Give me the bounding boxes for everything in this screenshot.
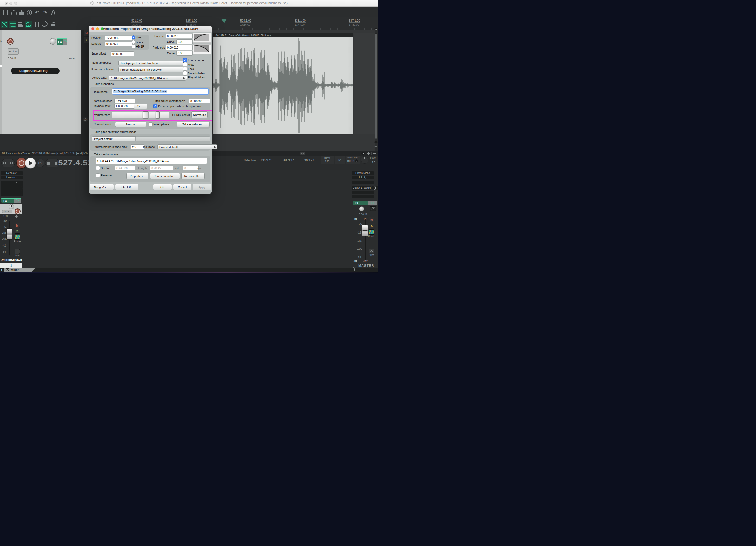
transport-time-display[interactable]: 527.4.52 (58, 158, 93, 168)
snap-toggle[interactable] (41, 21, 49, 28)
goto-start-button[interactable] (2, 159, 8, 167)
mixer-track-number[interactable]: 1 (0, 263, 22, 268)
source-properties-button[interactable]: Properties... (126, 173, 148, 179)
master-pan-knob[interactable] (359, 206, 364, 212)
fx-bypass-icon[interactable] (368, 201, 377, 205)
fx-dropdown-cell[interactable] (11, 181, 23, 184)
start-in-source-field[interactable]: 0:24.026 (114, 99, 135, 103)
stop-pause-buttons[interactable] (45, 159, 60, 167)
master-fx-button[interactable]: FX (353, 201, 377, 205)
phase-button[interactable]: ∅ (83, 117, 88, 122)
master-info-icon[interactable] (353, 267, 356, 271)
beats-radio-label[interactable]: beats (136, 41, 143, 44)
zoom-in-icon[interactable] (367, 152, 370, 155)
fx-slot[interactable]: ReaGate (1, 172, 23, 175)
master-fader-thumb[interactable] (362, 225, 368, 237)
goto-end-button[interactable] (8, 159, 15, 167)
play-button[interactable] (25, 158, 36, 169)
master-gain-readout[interactable]: 0.00dB (359, 213, 367, 216)
lock-toggle[interactable] (49, 21, 57, 28)
undo-icon[interactable]: ↶ (34, 9, 40, 16)
bpm-value[interactable]: 120 (321, 160, 334, 163)
mixer-tab[interactable]: Mixer (4, 268, 36, 272)
vertical-scrollbar-thumb[interactable] (375, 34, 377, 139)
fx-slot[interactable]: Inf EQ (352, 176, 374, 179)
item-grouping-toggle[interactable] (9, 21, 16, 28)
play-rate-icon[interactable] (361, 152, 365, 155)
time-signature-box[interactable]: 4/4 (335, 156, 345, 165)
track-volume-knob[interactable] (50, 38, 56, 45)
selection-readout[interactable]: Selection: 630.3.41 661.3.37 30.3.97 (244, 159, 256, 162)
fade-in-curve-field[interactable]: 0.00 (176, 40, 193, 44)
fade-out-field[interactable]: 0:00.010 (166, 45, 193, 50)
edit-cursor-marker[interactable] (221, 19, 227, 23)
no-autofades-label[interactable]: No autofades (188, 72, 205, 75)
hmsf-radio[interactable] (132, 44, 135, 48)
fx-empty-slot[interactable]: . (1, 192, 23, 196)
track-fx-button[interactable]: FX (57, 38, 67, 45)
new-project-icon[interactable] (3, 9, 8, 16)
fade-in-field[interactable]: 0:00.010 (166, 34, 193, 38)
stretch-mode-select[interactable]: Project default (92, 136, 142, 141)
master-trim-button[interactable] (369, 249, 374, 253)
track-solo-button[interactable]: S (84, 37, 89, 43)
set-rate-button[interactable]: Set... (134, 104, 147, 109)
mixer-fx-button[interactable]: FX (1, 198, 21, 203)
preserve-pitch-checkbox[interactable] (153, 104, 157, 108)
lock-checkbox[interactable] (183, 67, 187, 71)
position-field[interactable]: 17:31.986 (105, 36, 132, 40)
docker-icon[interactable] (300, 152, 305, 155)
playrate-knob[interactable] (361, 156, 368, 164)
stretch-fade-field[interactable]: 2.5 (131, 145, 144, 149)
item-mix-select[interactable]: Project default item mix behavior (118, 67, 186, 72)
cancel-button[interactable]: Cancel (173, 184, 191, 190)
volume-slider-handle[interactable] (143, 112, 148, 119)
section-checkbox[interactable] (96, 166, 100, 170)
reverse-checkbox[interactable] (96, 173, 100, 177)
ok-button[interactable]: OK (153, 184, 172, 190)
no-autofades-checkbox[interactable] (183, 71, 187, 75)
mixer-pan-knob[interactable] (9, 204, 14, 209)
apply-button[interactable]: Apply (193, 184, 211, 190)
stretch-submode-select[interactable] (135, 136, 210, 141)
fx-empty-slot[interactable]: . (1, 184, 23, 188)
grid-toggle[interactable] (34, 21, 41, 28)
project-settings-icon[interactable] (27, 9, 32, 16)
mixer-gain-readout[interactable]: 0.00 (3, 215, 8, 218)
playback-rate-field[interactable]: 1.000000 (114, 104, 135, 109)
fx-slot[interactable]: LinMB Mono (352, 172, 374, 175)
fx-empty-slot[interactable]: . (352, 195, 374, 199)
reverse-label[interactable]: Reverse (101, 174, 112, 177)
mixer-trim-button[interactable] (15, 249, 20, 254)
track-control-panel[interactable]: DragonSilkaClosing FX trim 0.00dB center (2, 30, 81, 134)
fx-bypass-icon[interactable] (14, 199, 21, 203)
time-signature[interactable]: 4/4 (335, 159, 345, 161)
pitch-adjust-field[interactable]: 0.000000 (189, 99, 210, 103)
mute-checkbox[interactable] (183, 63, 187, 67)
mute-label[interactable]: Mute (188, 63, 194, 66)
rate-value[interactable]: 1.0 (372, 161, 375, 164)
close-tab-icon[interactable] (6, 268, 9, 272)
master-route-button[interactable] (369, 230, 374, 235)
length-field[interactable]: 0:20.453 (105, 42, 132, 46)
stretch-marker-mode-select[interactable]: Project default (157, 145, 217, 149)
mixer-fader-thumb[interactable] (6, 228, 12, 240)
mixer-mute-button[interactable]: M (15, 223, 20, 228)
invert-phase-label[interactable]: Invert phase (153, 123, 169, 126)
preserve-pitch-label[interactable]: Preserve pitch when changing rate (158, 105, 202, 108)
time-radio[interactable] (132, 35, 135, 39)
rename-file-button[interactable]: Rename file... (181, 173, 205, 179)
global-automation-box[interactable]: GLOBAL none (346, 156, 360, 165)
mixer-route-button[interactable] (15, 235, 20, 240)
play-all-takes-label[interactable]: Play all takes (188, 76, 205, 79)
nudge-set-button[interactable]: Nudge/Set... (90, 184, 114, 190)
fx-empty-cell[interactable] (1, 181, 11, 184)
take-name-field[interactable]: 01-DragonSilkaClosing-200316_0814.wav (112, 88, 209, 95)
time-radio-label[interactable]: time (136, 36, 141, 39)
mixer-track-name[interactable]: DragonSilkaClos (1, 258, 22, 261)
track-mute-button[interactable]: M (84, 30, 89, 36)
take-envelopes-button[interactable]: Take envelopes.. (177, 122, 210, 127)
stereo-mono-icon[interactable] (370, 206, 376, 211)
loop-source-checkbox[interactable] (183, 58, 187, 62)
fx-bypass-icon[interactable] (63, 39, 67, 45)
